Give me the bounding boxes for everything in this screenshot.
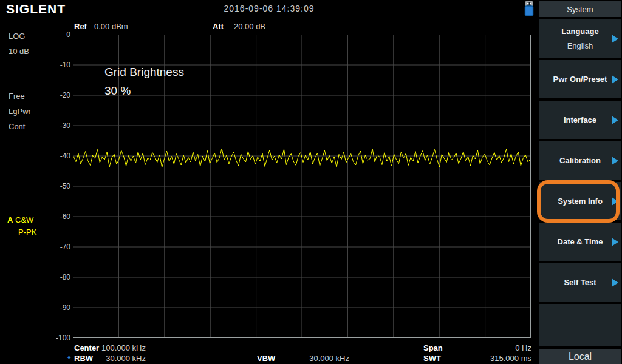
local-button[interactable]: Local (539, 349, 621, 364)
y-tick-label: 0 (35, 30, 70, 39)
power-mode-label: LgPwr (9, 107, 31, 116)
menu-title: System (539, 1, 621, 17)
trace-a-label: A C&W (7, 215, 33, 224)
popup-parameter-name: Grid Brightness (104, 62, 184, 81)
menu-item-label: Calibration (559, 156, 601, 165)
menu-item-language[interactable]: LanguageEnglish (539, 19, 621, 58)
rbw-label: RBW (74, 354, 93, 363)
rbw-value: 30.000 kHz (91, 354, 146, 363)
arrow-right-icon (612, 75, 618, 84)
arrow-right-icon (612, 238, 618, 246)
menu-item-blank (539, 304, 621, 346)
menu-item-label: Interface (564, 115, 596, 124)
arrow-right-icon (612, 197, 618, 206)
vbw-label: VBW (257, 354, 275, 363)
y-tick-label: -90 (35, 303, 70, 312)
y-tick-label: -60 (35, 212, 70, 221)
datetime-display: 2016-09-06 14:39:09 (0, 4, 538, 13)
attenuation-label: Att (213, 22, 224, 31)
grid-brightness-popup: Grid Brightness 30 % (104, 62, 184, 100)
menu-item-label: Pwr On/Preset (553, 75, 607, 84)
popup-parameter-value: 30 % (104, 81, 184, 100)
menu-item-sublabel: English (567, 41, 593, 50)
span-value: 0 Hz (468, 343, 531, 352)
menu-item-date-time[interactable]: Date & Time (539, 223, 621, 261)
amplitude-scale-per-div: 10 dB (9, 47, 29, 56)
menu-item-label: System Info (558, 197, 603, 206)
span-label: Span (423, 343, 443, 352)
arrow-right-icon (612, 35, 618, 43)
trace-a-detector-label: P-PK (18, 228, 36, 237)
attenuation-value: 20.00 dB (234, 22, 265, 31)
menu-item-label: Language (561, 27, 598, 36)
menu-item-label: Self Test (564, 278, 596, 287)
menu-item-pwr-on-preset[interactable]: Pwr On/Preset (539, 60, 621, 98)
menu-item-interface[interactable]: Interface (539, 101, 621, 139)
y-tick-label: -100 (35, 334, 70, 342)
y-tick-label: -10 (35, 61, 70, 69)
arrow-right-icon (612, 116, 618, 124)
y-tick-label: -20 (35, 91, 70, 99)
center-freq-value: 100.000 kHz (91, 343, 146, 352)
arrow-right-icon (612, 278, 618, 287)
y-tick-label: -70 (35, 243, 70, 251)
menu-item-self-test[interactable]: Self Test (539, 263, 621, 302)
arrow-right-icon (612, 157, 618, 165)
amplitude-scale-type: LOG (9, 32, 25, 41)
usb-device-icon (522, 1, 536, 19)
ref-level-value: 0.00 dBm (94, 22, 128, 31)
y-tick-label: -30 (35, 121, 70, 130)
y-tick-label: -40 (35, 152, 70, 160)
marker-diamond-icon: ✦ (66, 354, 72, 362)
ref-level-label: Ref (74, 22, 87, 31)
menu-item-calibration[interactable]: Calibration (539, 141, 621, 180)
swt-value: 315.000 ms (468, 354, 531, 363)
sweep-mode-label: Cont (9, 122, 25, 131)
menu-item-label: Date & Time (558, 237, 603, 246)
y-tick-label: -80 (35, 273, 70, 281)
trigger-mode-label: Free (9, 92, 25, 101)
swt-label: SWT (423, 354, 441, 363)
vbw-value: 30.000 kHz (292, 354, 349, 363)
y-tick-label: -50 (35, 182, 70, 190)
menu-item-system-info[interactable]: System Info (539, 182, 621, 220)
